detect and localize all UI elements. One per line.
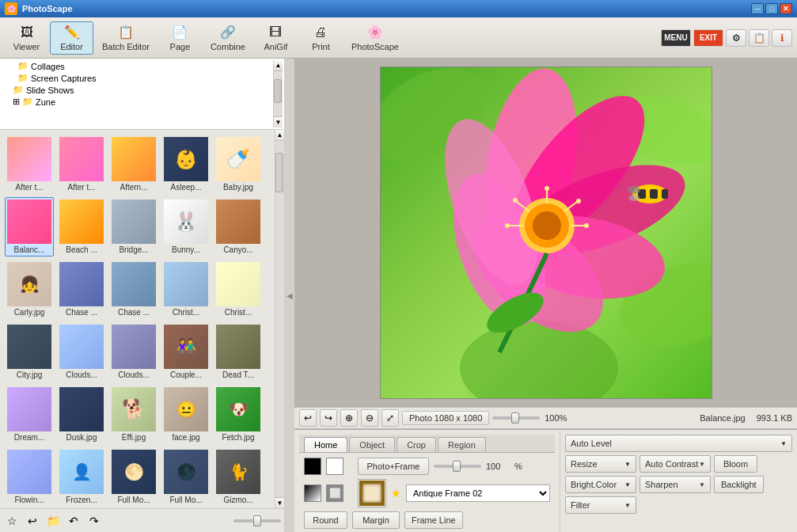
auto-level-button[interactable]: Auto Level ▼: [565, 435, 792, 452]
tab-crop[interactable]: Crop: [397, 437, 436, 452]
auto-contrast-button[interactable]: Auto Contrast ▼: [639, 455, 711, 473]
menu-button[interactable]: MENU: [661, 29, 691, 47]
refresh-button[interactable]: ↩: [24, 512, 41, 530]
zoom-slider[interactable]: [492, 416, 540, 420]
tab-object[interactable]: Object: [349, 437, 395, 452]
thumbnail-city[interactable]: City.jpg: [5, 322, 54, 382]
tab-home[interactable]: Home: [304, 437, 347, 452]
svg-rect-26: [650, 189, 658, 199]
left-panel: 📁 Collages 📁 Screen Captures 📁 Slide Sho…: [0, 59, 285, 532]
thumbnail-balance[interactable]: Balanc...: [5, 197, 54, 256]
close-button[interactable]: ✕: [780, 3, 792, 14]
fit-button[interactable]: ⤢: [381, 409, 399, 427]
margin-button[interactable]: Margin: [352, 511, 400, 529]
thumbnail-fetch[interactable]: 🐶 Fetch.jpg: [214, 385, 263, 444]
toolbar-batch[interactable]: 📋 Batch Editor: [95, 21, 157, 55]
minimize-button[interactable]: ─: [751, 3, 764, 14]
thumbnail-bunny[interactable]: 🐰 Bunny...: [161, 197, 211, 256]
tree-label: Screen Captures: [31, 74, 97, 83]
thumbnail-effi[interactable]: 🐕 Effi.jpg: [109, 385, 158, 444]
undo-image-button[interactable]: ↩: [299, 409, 317, 427]
thumbnail-christ1[interactable]: Christ...: [161, 260, 211, 319]
backlight-button[interactable]: Backlight: [714, 476, 764, 493]
favorite-frame-icon[interactable]: ★: [391, 487, 401, 500]
thumbnail-clouds1[interactable]: Clouds...: [57, 322, 106, 382]
thumbnail-chase1[interactable]: Chase ...: [57, 260, 106, 319]
thumb-img: [7, 450, 51, 494]
thumbnail-dream[interactable]: Dream...: [5, 385, 54, 444]
thumbnail-face[interactable]: 😐 face.jpg: [161, 385, 211, 444]
redo-image-button[interactable]: ↪: [320, 409, 337, 427]
toolbar-anigif[interactable]: 🎞 AniGif: [254, 21, 298, 55]
thumbnail-dead[interactable]: Dead T...: [214, 322, 263, 382]
frame-select[interactable]: Antique Frame 02 Antique Frame 01 Modern…: [406, 484, 550, 502]
thumbnail-canyon[interactable]: Canyo...: [214, 197, 263, 256]
toolbar-combine[interactable]: 🔗 Combine: [203, 21, 252, 55]
frame-line-button[interactable]: Frame Line: [404, 511, 463, 529]
svg-point-29: [628, 195, 639, 201]
filter-button[interactable]: Filter ▼: [565, 496, 636, 514]
app-icon: 🌸: [5, 2, 17, 15]
thumbnail-baby[interactable]: 🍼 Baby.jpg: [214, 135, 263, 194]
resize-button[interactable]: Resize ▼: [565, 455, 636, 473]
toolbar-editor[interactable]: ✏️ Editor: [50, 21, 93, 55]
thumbnail-christ2[interactable]: Christ...: [214, 260, 263, 319]
thumbnail-gizmo[interactable]: 🐈 Gizmo...: [214, 447, 263, 507]
redo-button[interactable]: ↷: [85, 512, 103, 530]
sharpen-button[interactable]: Sharpen ▼: [639, 476, 711, 493]
toolbar-print[interactable]: 🖨 Print: [299, 21, 343, 55]
thumbnail-flowing[interactable]: Flowin...: [5, 447, 54, 507]
tree-scroll-down[interactable]: ▼: [274, 116, 283, 127]
frame-zoom-slider[interactable]: [434, 465, 481, 468]
thumbnail-couple[interactable]: 👫 Couple...: [161, 322, 211, 382]
background-color-swatch[interactable]: [326, 458, 343, 475]
bright-color-button[interactable]: Bright.Color ▼: [565, 476, 636, 493]
thumbnail-dusk[interactable]: Dusk.jpg: [57, 385, 106, 444]
thumbnail-chase2[interactable]: Chase ...: [109, 260, 158, 319]
bloom-button[interactable]: Bloom: [714, 455, 757, 473]
foreground-color-swatch[interactable]: [304, 458, 321, 475]
tree-item-zune[interactable]: ⊞ 📁 Zune: [2, 96, 273, 108]
tree-scroll-up[interactable]: ▲: [274, 60, 283, 71]
gradient-swatch-1[interactable]: [304, 484, 321, 502]
tree-item-collages[interactable]: 📁 Collages: [2, 60, 273, 72]
tool-icon-3[interactable]: ℹ: [772, 29, 792, 47]
size-slider[interactable]: [233, 519, 281, 522]
thumbnail-carly[interactable]: 👧 Carly.jpg: [5, 260, 54, 319]
thumbnail-after2[interactable]: After t...: [57, 135, 106, 194]
favorite-button[interactable]: ☆: [3, 512, 21, 530]
round-button[interactable]: Round: [304, 511, 347, 529]
thumbnail-fullmo1[interactable]: 🌕 Full Mo...: [109, 447, 158, 507]
photo-frame-button[interactable]: Photo+Frame: [358, 458, 429, 475]
toolbar-page[interactable]: 📄 Page: [158, 21, 202, 55]
thumbnail-clouds2[interactable]: Clouds...: [109, 322, 158, 382]
maximize-button[interactable]: □: [765, 3, 778, 14]
thumbnail-frozen[interactable]: 👤 Frozen...: [57, 447, 106, 507]
thumbnail-bridge[interactable]: Bridge...: [109, 197, 158, 256]
tree-item-screen-captures[interactable]: 📁 Screen Captures: [2, 72, 273, 84]
tree-item-slide-shows[interactable]: 📁 Slide Shows: [2, 84, 273, 96]
tool-icon-2[interactable]: 📋: [749, 29, 769, 47]
thumbnails-scroll[interactable]: After t... After t... Aftern... 👶 A: [0, 130, 275, 508]
tree-label: Zune: [36, 97, 55, 107]
panel-separator[interactable]: ◀: [285, 59, 294, 532]
zoom-out-button[interactable]: ⊖: [361, 409, 378, 427]
thumbnail-after1[interactable]: After t...: [5, 135, 54, 194]
zoom-in-button[interactable]: ⊕: [340, 409, 358, 427]
thumb-scroll-up[interactable]: ▲: [275, 130, 284, 141]
thumbnail-beach[interactable]: Beach ...: [57, 197, 106, 256]
thumb-scroll-down[interactable]: ▼: [275, 497, 284, 508]
tool-icon-1[interactable]: ⚙: [726, 29, 746, 47]
open-folder-button[interactable]: 📁: [44, 512, 62, 530]
exit-button[interactable]: EXIT: [693, 29, 723, 47]
toolbar-photoscape[interactable]: 🌸 PhotoScape: [344, 21, 406, 55]
thumbnail-asleep[interactable]: 👶 Asleep...: [161, 135, 211, 194]
thumbnails-scrollbar[interactable]: ▲ ▼: [275, 130, 284, 508]
thumbnail-afternoon[interactable]: Aftern...: [109, 135, 158, 194]
gradient-swatch-2[interactable]: ⬜: [326, 484, 343, 502]
toolbar-viewer[interactable]: 🖼 Viewer: [5, 21, 48, 55]
undo-button[interactable]: ↶: [65, 512, 82, 530]
batch-icon: 📋: [117, 25, 135, 40]
tab-region[interactable]: Region: [438, 437, 486, 452]
thumbnail-fullmo2[interactable]: 🌑 Full Mo...: [161, 447, 211, 507]
